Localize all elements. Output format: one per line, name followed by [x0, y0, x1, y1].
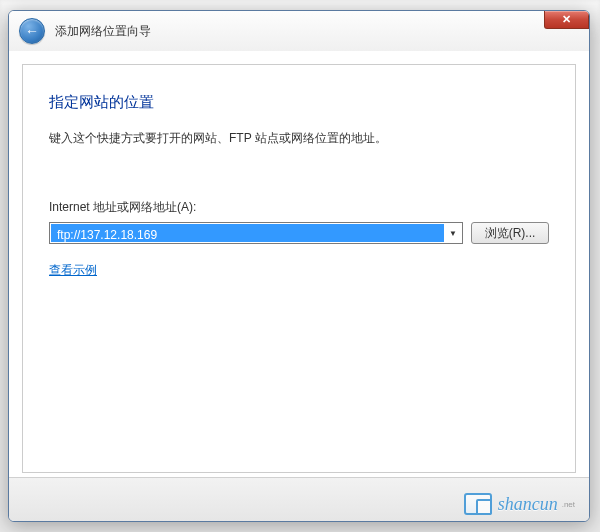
address-label: Internet 地址或网络地址(A):	[49, 199, 549, 216]
dropdown-arrow[interactable]: ▼	[444, 223, 462, 243]
wizard-header: ← 添加网络位置向导	[9, 11, 589, 51]
wizard-window: ✕ ← 添加网络位置向导 指定网站的位置 键入这个快捷方式要打开的网站、FTP …	[8, 10, 590, 522]
titlebar-controls: ✕	[544, 11, 589, 29]
watermark: shancun .net	[464, 493, 575, 515]
watermark-text: shancun	[498, 494, 558, 515]
close-icon: ✕	[562, 13, 571, 26]
page-description: 键入这个快捷方式要打开的网站、FTP 站点或网络位置的地址。	[49, 130, 549, 147]
window-title: 添加网络位置向导	[55, 23, 151, 40]
chevron-down-icon: ▼	[449, 229, 457, 238]
address-combobox[interactable]: ftp://137.12.18.169 ▼	[49, 222, 463, 244]
wizard-content: 指定网站的位置 键入这个快捷方式要打开的网站、FTP 站点或网络位置的地址。 I…	[22, 64, 576, 473]
page-heading: 指定网站的位置	[49, 93, 549, 112]
watermark-icon	[464, 493, 492, 515]
view-example-link[interactable]: 查看示例	[49, 263, 97, 277]
browse-button[interactable]: 浏览(R)...	[471, 222, 549, 244]
back-button[interactable]: ←	[19, 18, 45, 44]
watermark-sub: .net	[562, 500, 575, 509]
close-button[interactable]: ✕	[544, 11, 589, 29]
address-input[interactable]: ftp://137.12.18.169	[51, 224, 444, 242]
wizard-footer: shancun .net	[9, 477, 589, 521]
address-input-row: ftp://137.12.18.169 ▼ 浏览(R)...	[49, 222, 549, 244]
arrow-left-icon: ←	[25, 23, 39, 39]
